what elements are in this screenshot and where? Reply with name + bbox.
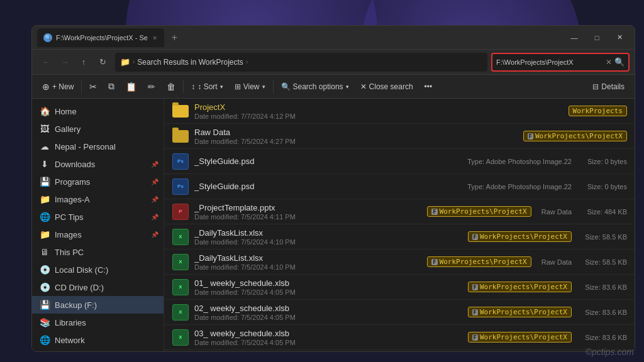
- xlsx-icon: X: [172, 228, 189, 246]
- file-name: _StyleGuide.psd: [194, 182, 457, 191]
- file-name: Raw Data: [194, 128, 518, 137]
- new-button[interactable]: ⊕ + New: [37, 78, 79, 96]
- search-clear-icon[interactable]: ✕: [606, 58, 612, 67]
- breadcrumb-arrow-1: ›: [133, 58, 135, 65]
- file-meta: Raw Data: [541, 208, 572, 216]
- view-arrow-icon: ▾: [262, 84, 265, 90]
- sidebar-item-images[interactable]: 📁Images📌: [32, 226, 164, 243]
- delete-button[interactable]: 🗑: [162, 78, 180, 96]
- table-row[interactable]: ProjectXDate modified: 7/7/2024 4:12 PMW…: [164, 99, 635, 124]
- separator-2: [183, 80, 184, 93]
- sidebar-item-downloads[interactable]: ⬇Downloads📌: [32, 155, 164, 173]
- copy-button[interactable]: ⧉: [103, 78, 119, 96]
- file-date: Date modified: 7/5/2024 4:10 PM: [194, 238, 463, 246]
- sidebar-item-backup-f[interactable]: 💾Backup (F:): [32, 296, 164, 314]
- sidebar-item-images-a[interactable]: 📁Images-A📌: [32, 190, 164, 208]
- table-row[interactable]: X_DailyTaskList.xlsxDate modified: 7/5/2…: [164, 224, 635, 250]
- sidebar-item-gallery[interactable]: 🖼Gallery: [32, 120, 164, 138]
- table-row[interactable]: X03_ weekly_schedule.xlsbDate modified: …: [164, 325, 635, 350]
- sidebar-item-local-disk-c[interactable]: 💿Local Disk (C:): [32, 261, 164, 278]
- close-search-label: Close search: [369, 82, 413, 91]
- file-name: _DailyTaskList.xlsx: [194, 253, 422, 263]
- details-label: Details: [601, 82, 625, 91]
- back-button[interactable]: ←: [37, 53, 55, 71]
- search-go-icon[interactable]: 🔍: [614, 57, 625, 67]
- sidebar-item-home[interactable]: 🏠Home: [32, 102, 164, 120]
- file-tag: WorkProjects\ProjectX: [523, 131, 628, 141]
- file-info: 01_ weekly_schedule.xlsbDate modified: 7…: [194, 278, 463, 296]
- view-button[interactable]: ⊞ View ▾: [230, 78, 270, 96]
- address-toolbar: ← → ↑ ↻ 📁 › Search Results in WorkProjec…: [32, 50, 635, 75]
- minimize-button[interactable]: —: [564, 30, 584, 45]
- file-date: Date modified: 7/5/2024 4:11 PM: [194, 213, 422, 221]
- forward-button[interactable]: →: [56, 53, 74, 71]
- paste-button[interactable]: 📋: [121, 78, 142, 96]
- table-row[interactable]: X_DailyTaskList.xlsxDate modified: 7/5/2…: [164, 250, 635, 275]
- separator-1: [81, 80, 82, 93]
- programs-icon: 💾: [40, 177, 50, 187]
- rename-button[interactable]: ✏: [143, 78, 160, 96]
- breadcrumb-bar[interactable]: 📁 › Search Results in WorkProjects ›: [115, 53, 487, 72]
- sidebar-item-label: Gallery: [55, 124, 80, 134]
- sidebar-item-label: Home: [55, 107, 77, 116]
- home-icon: 🏠: [40, 106, 50, 116]
- sidebar-item-programs[interactable]: 💾Programs📌: [32, 173, 164, 190]
- details-button[interactable]: ⊟ Details: [587, 78, 630, 96]
- main-content: 🏠Home🖼Gallery☁Nepal - Personal⬇Downloads…: [32, 99, 635, 351]
- table-row[interactable]: X01_ weekly_schedule.xlsbDate modified: …: [164, 275, 635, 300]
- pptx-icon: P: [172, 203, 189, 221]
- browser-tab[interactable]: 🔍 F:\WorkProjects\ProjectX - Se ×: [37, 28, 164, 47]
- sidebar-item-label: This PC: [55, 248, 84, 257]
- xlsx-icon: X: [172, 253, 189, 271]
- table-row[interactable]: X02_ weekly_schedule.xlsbDate modified: …: [164, 300, 635, 325]
- psd-icon: Ps: [172, 178, 189, 195]
- images-icon: 📁: [40, 229, 50, 239]
- file-meta: Type: Adobe Photoshop Image.22: [467, 183, 572, 190]
- pin-icon: 📌: [151, 196, 158, 203]
- more-button[interactable]: •••: [419, 78, 438, 96]
- table-row[interactable]: Ps_StyleGuide.psdType: Adobe Photoshop I…: [164, 174, 635, 199]
- sidebar-item-this-pc[interactable]: 🖥This PC: [32, 243, 164, 261]
- cut-icon: ✂: [89, 82, 97, 92]
- maximize-button[interactable]: □: [587, 30, 607, 45]
- psd-icon: Ps: [172, 153, 189, 170]
- search-box[interactable]: ✕ 🔍: [491, 53, 630, 72]
- cut-button[interactable]: ✂: [84, 78, 102, 96]
- xlsb-icon: X: [172, 329, 189, 346]
- file-date: Date modified: 7/5/2024 4:05 PM: [194, 314, 463, 321]
- close-button[interactable]: ✕: [609, 30, 630, 45]
- cd-drive-d-icon: 💿: [40, 282, 50, 292]
- search-options-button[interactable]: 🔍 Search options ▾: [276, 78, 354, 96]
- sidebar-item-pc-tips[interactable]: 🌐PC Tips📌: [32, 208, 164, 226]
- sort-button[interactable]: ↕ ↕ Sort ▾: [186, 78, 228, 96]
- file-name: _DailyTaskList.xlsx: [194, 228, 463, 238]
- table-row[interactable]: Ps_StyleGuide.psdType: Adobe Photoshop I…: [164, 149, 635, 174]
- sidebar-item-nepal-personal[interactable]: ☁Nepal - Personal: [32, 138, 164, 155]
- table-row[interactable]: Raw DataDate modified: 7/5/2024 4:27 PMW…: [164, 124, 635, 149]
- refresh-icon: ↻: [99, 57, 106, 67]
- file-size: Size: 83.6 KB: [577, 334, 627, 341]
- file-tag: WorkProjects\ProjectX: [427, 256, 531, 267]
- sidebar-item-network[interactable]: 🌐Network: [32, 331, 164, 349]
- pin-icon: 📌: [151, 214, 158, 221]
- table-row[interactable]: P_ProjectTemplate.pptxDate modified: 7/5…: [164, 199, 635, 224]
- file-info: Raw DataDate modified: 7/5/2024 4:27 PM: [194, 128, 518, 145]
- images-a-icon: 📁: [40, 194, 50, 204]
- file-name: _StyleGuide.psd: [194, 156, 457, 166]
- file-size: Size: 0 bytes: [577, 158, 627, 165]
- file-info: _ProjectTemplate.pptxDate modified: 7/5/…: [194, 203, 422, 221]
- this-pc-icon: 🖥: [40, 247, 50, 257]
- file-name: 03_ weekly_schedule.xlsb: [194, 329, 463, 338]
- sidebar-item-cd-drive-d[interactable]: 💿CD Drive (D:): [32, 278, 164, 296]
- file-date: Date modified: 7/7/2024 4:12 PM: [194, 112, 564, 120]
- close-search-button[interactable]: ✕ Close search: [355, 78, 418, 96]
- refresh-button[interactable]: ↻: [94, 53, 111, 71]
- up-button[interactable]: ↑: [75, 53, 92, 71]
- tab-close-button[interactable]: ×: [152, 33, 158, 43]
- sidebar-item-libraries[interactable]: 📚Libraries: [32, 314, 164, 331]
- sidebar-item-label: Programs: [55, 177, 90, 187]
- file-size: Size: 83.6 KB: [577, 309, 627, 316]
- new-label: + New: [52, 82, 74, 91]
- search-input[interactable]: [496, 58, 603, 66]
- new-tab-button[interactable]: +: [167, 30, 182, 45]
